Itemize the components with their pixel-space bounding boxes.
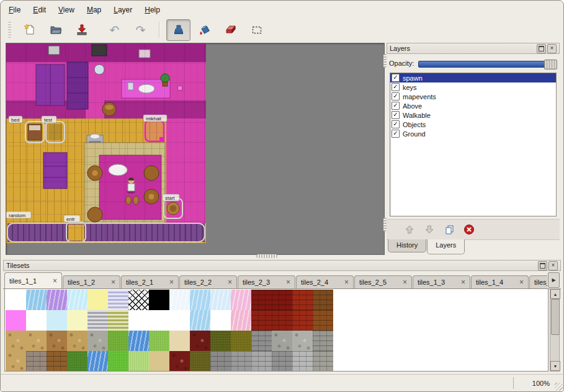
tile[interactable]: [169, 290, 190, 310]
tile[interactable]: [67, 331, 87, 351]
layers-list[interactable]: ✓spawn✓keys✓mapevents✓Above✓Walkable✓Obj…: [390, 73, 557, 216]
tile[interactable]: [108, 310, 128, 331]
tile[interactable]: [6, 351, 26, 372]
tile[interactable]: [128, 290, 149, 310]
close-tab-icon[interactable]: ×: [519, 278, 524, 286]
tile[interactable]: [108, 351, 128, 372]
tileset-tab-tiles_2_2[interactable]: tiles_2_2×: [179, 275, 237, 288]
menu-map[interactable]: Map: [81, 4, 107, 16]
tile[interactable]: [26, 351, 47, 372]
tile[interactable]: [292, 310, 313, 331]
close-tab-icon[interactable]: ×: [53, 277, 57, 285]
close-tab-icon[interactable]: ×: [461, 278, 465, 286]
tile[interactable]: [128, 310, 149, 331]
opacity-slider-track[interactable]: [418, 61, 556, 68]
new-map-button[interactable]: [17, 19, 42, 41]
tileset-tab-tiles_1_2[interactable]: tiles_1_2×: [63, 275, 120, 288]
tileset-tab-tiles_1_3[interactable]: tiles_1_3×: [413, 275, 470, 288]
tile[interactable]: [149, 290, 169, 310]
tab-history[interactable]: History: [388, 239, 426, 252]
tile[interactable]: [169, 351, 190, 372]
menu-layer[interactable]: Layer: [108, 4, 138, 16]
horizontal-splitter[interactable]: [256, 254, 277, 258]
tile[interactable]: [210, 351, 231, 372]
layer-row-Walkable[interactable]: ✓Walkable: [390, 110, 556, 120]
tileset-tab-tiles_1_4[interactable]: tiles_1_4×: [471, 275, 529, 288]
tile[interactable]: [169, 310, 190, 331]
duplicate-layer-button[interactable]: [441, 221, 457, 238]
layer-row-mapevents[interactable]: ✓mapevents: [390, 92, 556, 101]
tileset-tab-tiles_2_5[interactable]: tiles_2_5×: [354, 275, 412, 288]
resize-grip[interactable]: [555, 383, 563, 391]
layer-row-spawn[interactable]: ✓spawn: [390, 73, 556, 82]
tile[interactable]: [87, 290, 108, 310]
tab-layers[interactable]: Layers: [427, 239, 465, 254]
raise-layer-button[interactable]: [401, 221, 418, 238]
scroll-tabs-right-button[interactable]: ▶: [548, 272, 560, 288]
lower-layer-button[interactable]: [421, 221, 437, 238]
tile[interactable]: [149, 310, 169, 331]
open-map-button[interactable]: [43, 19, 68, 41]
fill-tool-button[interactable]: [192, 19, 217, 41]
tile[interactable]: [272, 331, 292, 351]
close-dock-button[interactable]: ×: [548, 261, 558, 270]
tile[interactable]: [47, 351, 67, 372]
tile[interactable]: [292, 290, 313, 310]
tile[interactable]: [149, 351, 169, 372]
layer-visible-checkbox[interactable]: ✓: [392, 111, 400, 119]
tile[interactable]: [251, 331, 272, 351]
layer-visible-checkbox[interactable]: ✓: [392, 92, 400, 100]
tile[interactable]: [6, 331, 26, 351]
tile[interactable]: [231, 290, 251, 310]
tile[interactable]: [26, 290, 47, 310]
tileset-tab-tiles_2_1[interactable]: tiles_2_1×: [121, 275, 179, 288]
tile[interactable]: [67, 351, 87, 372]
layer-row-keys[interactable]: ✓keys: [390, 82, 556, 92]
close-dock-button[interactable]: ×: [547, 44, 557, 53]
layer-visible-checkbox[interactable]: ✓: [392, 74, 400, 82]
tile[interactable]: [87, 310, 108, 331]
tile[interactable]: [210, 331, 231, 351]
close-tab-icon[interactable]: ×: [344, 278, 349, 286]
tileset-view[interactable]: [4, 288, 548, 372]
stamp-tool-button[interactable]: [166, 19, 190, 41]
tileset-vertical-scrollbar[interactable]: ▲ ▼: [550, 288, 560, 372]
tile[interactable]: [251, 310, 272, 331]
delete-layer-button[interactable]: [461, 221, 477, 238]
tile[interactable]: [272, 351, 292, 372]
menu-view[interactable]: View: [53, 4, 80, 16]
tile[interactable]: [87, 331, 108, 351]
save-map-button[interactable]: [69, 19, 94, 41]
map-view[interactable]: bed test mikhail start random entr: [6, 43, 385, 255]
tile[interactable]: [87, 351, 108, 372]
close-tab-icon[interactable]: ×: [111, 278, 115, 286]
tile[interactable]: [26, 331, 47, 351]
tile[interactable]: [67, 290, 87, 310]
tile[interactable]: [313, 331, 333, 351]
layer-visible-checkbox[interactable]: ✓: [392, 83, 400, 91]
tile[interactable]: [128, 351, 149, 372]
tile[interactable]: [231, 331, 251, 351]
tile[interactable]: [26, 310, 47, 331]
close-tab-icon[interactable]: ×: [228, 278, 232, 286]
undo-button[interactable]: ↶: [102, 19, 127, 41]
opacity-slider[interactable]: [418, 59, 557, 68]
scroll-up-button[interactable]: ▲: [550, 289, 560, 299]
tile[interactable]: [272, 310, 292, 331]
tile[interactable]: [108, 290, 128, 310]
tile[interactable]: [190, 290, 210, 310]
float-dock-button[interactable]: [537, 44, 546, 53]
tile[interactable]: [6, 290, 26, 310]
tileset-tab-tiles_1_1[interactable]: tiles_1_1×: [4, 272, 62, 288]
layer-row-Objects[interactable]: ✓Objects: [390, 120, 556, 129]
tile[interactable]: [313, 351, 333, 372]
layer-visible-checkbox[interactable]: ✓: [392, 102, 400, 110]
tile[interactable]: [210, 290, 231, 310]
opacity-slider-handle[interactable]: [544, 60, 557, 69]
tile[interactable]: [67, 310, 87, 331]
tile[interactable]: [231, 310, 251, 331]
tile[interactable]: [292, 351, 313, 372]
tile[interactable]: [108, 331, 128, 351]
close-tab-icon[interactable]: ×: [286, 278, 290, 286]
tile[interactable]: [128, 331, 149, 351]
